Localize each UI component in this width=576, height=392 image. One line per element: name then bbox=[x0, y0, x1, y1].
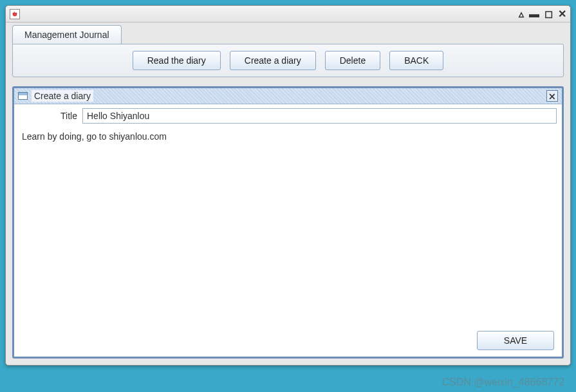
app-window: ▵ ▬ ◻ ✕ Management Journal Read the diar… bbox=[5, 5, 571, 366]
close-icon[interactable]: ✕ bbox=[558, 8, 566, 20]
tab-row: Management Journal bbox=[12, 25, 564, 44]
internal-frame-titlebar: Create a diary ⨯ bbox=[14, 88, 562, 104]
tab-management-journal[interactable]: Management Journal bbox=[12, 25, 122, 44]
diary-body-textarea[interactable] bbox=[19, 129, 557, 321]
save-button[interactable]: SAVE bbox=[477, 331, 554, 350]
internal-frame-close-icon[interactable]: ⨯ bbox=[546, 90, 558, 102]
window-titlebar: ▵ ▬ ◻ ✕ bbox=[6, 6, 570, 23]
rollup-icon[interactable]: ▵ bbox=[519, 8, 524, 20]
minimize-icon[interactable]: ▬ bbox=[529, 8, 539, 20]
bottom-row: SAVE bbox=[14, 326, 562, 357]
maximize-icon[interactable]: ◻ bbox=[544, 8, 553, 20]
title-input[interactable] bbox=[82, 108, 557, 124]
create-diary-frame: Create a diary ⨯ Title SAVE bbox=[12, 86, 564, 359]
back-button[interactable]: BACK bbox=[389, 51, 443, 70]
frame-icon bbox=[18, 92, 28, 100]
internal-frame-title: Create a diary bbox=[32, 90, 93, 102]
title-row: Title bbox=[14, 104, 562, 127]
window-controls: ▵ ▬ ◻ ✕ bbox=[519, 8, 566, 20]
create-diary-button[interactable]: Create a diary bbox=[230, 51, 316, 70]
java-cup-icon bbox=[10, 9, 20, 19]
read-diary-button[interactable]: Read the diary bbox=[133, 51, 221, 70]
watermark-text: CSDN @weixin_48668772 bbox=[441, 377, 564, 388]
title-label: Title bbox=[19, 111, 77, 121]
delete-button[interactable]: Delete bbox=[325, 51, 380, 70]
toolbar: Read the diary Create a diary Delete BAC… bbox=[12, 44, 564, 77]
window-content: Management Journal Read the diary Create… bbox=[6, 23, 570, 365]
